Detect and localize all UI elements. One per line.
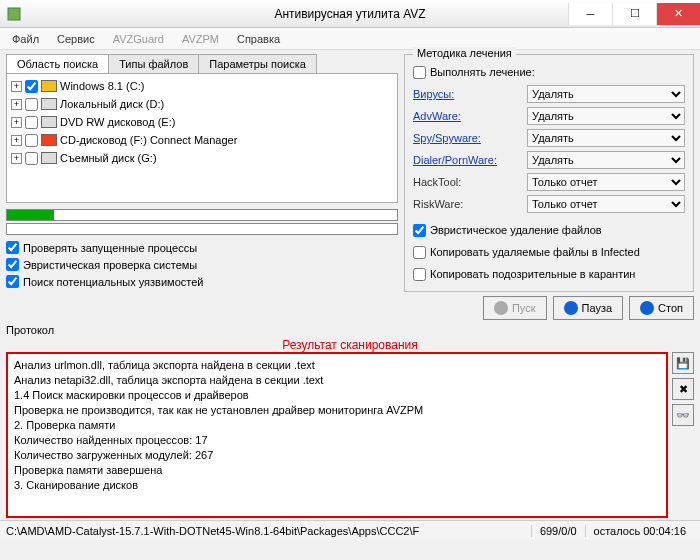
close-button[interactable]: ✕ xyxy=(656,3,700,25)
check-vulnerabilities[interactable]: Поиск потенциальных уязвимостей xyxy=(6,273,398,290)
drive-icon xyxy=(41,80,57,92)
log-line: Количество найденных процессов: 17 xyxy=(14,433,660,448)
erase-icon: ✖ xyxy=(679,383,688,396)
protocol-label: Протокол xyxy=(6,324,694,336)
glasses-icon: 👓 xyxy=(676,409,690,422)
progress-bar-2 xyxy=(6,223,398,235)
status-path: C:\AMD\AMD-Catalyst-15.7.1-With-DOTNet45… xyxy=(6,525,419,537)
log-line: Проверка памяти завершена xyxy=(14,463,660,478)
method-select[interactable]: Удалять xyxy=(527,129,685,147)
menu-avzguard[interactable]: AVZGuard xyxy=(105,31,172,47)
expand-icon[interactable]: + xyxy=(11,153,22,164)
method-row: Dialer/PornWare:Удалять xyxy=(413,149,685,171)
pause-button[interactable]: Пауза xyxy=(553,296,624,320)
floppy-icon: 💾 xyxy=(676,357,690,370)
drive-label: CD-дисковод (F:) Connect Manager xyxy=(60,134,237,146)
log-output[interactable]: Анализ urlmon.dll, таблица экспорта найд… xyxy=(6,352,668,518)
method-label[interactable]: AdvWare: xyxy=(413,110,523,122)
result-header: Результат сканирования xyxy=(6,338,694,352)
menu-file[interactable]: Файл xyxy=(4,31,47,47)
check-copy-quarantine[interactable]: Копировать подозрительные в карантин xyxy=(413,263,685,285)
check-copy-infected[interactable]: Копировать удаляемые файлы в Infected xyxy=(413,241,685,263)
method-label[interactable]: RiskWare: xyxy=(413,198,523,210)
log-line: Анализ urlmon.dll, таблица экспорта найд… xyxy=(14,358,660,373)
expand-icon[interactable]: + xyxy=(11,99,22,110)
drive-icon xyxy=(41,152,57,164)
drive-label: Windows 8.1 (C:) xyxy=(60,80,144,92)
method-row: AdvWare:Удалять xyxy=(413,105,685,127)
glasses-button[interactable]: 👓 xyxy=(672,404,694,426)
drive-label: DVD RW дисковод (E:) xyxy=(60,116,175,128)
app-icon xyxy=(6,6,22,22)
check-execute-treatment[interactable]: Выполнять лечение: xyxy=(413,61,685,83)
drive-item[interactable]: +Windows 8.1 (C:) xyxy=(11,77,393,95)
log-line: 3. Сканирование дисков xyxy=(14,478,660,493)
drive-checkbox[interactable] xyxy=(25,98,38,111)
drive-item[interactable]: +CD-дисковод (F:) Connect Manager xyxy=(11,131,393,149)
drive-checkbox[interactable] xyxy=(25,80,38,93)
method-label[interactable]: Dialer/PornWare: xyxy=(413,154,523,166)
method-row: Вирусы:Удалять xyxy=(413,83,685,105)
drive-label: Съемный диск (G:) xyxy=(60,152,157,164)
maximize-button[interactable]: ☐ xyxy=(612,3,656,25)
group-legend: Методика лечения xyxy=(413,47,516,59)
drive-checkbox[interactable] xyxy=(25,116,38,129)
status-time: осталось 00:04:16 xyxy=(585,525,694,537)
check-running-processes[interactable]: Проверять запущенные процессы xyxy=(6,239,398,256)
expand-icon[interactable]: + xyxy=(11,117,22,128)
menu-service[interactable]: Сервис xyxy=(49,31,103,47)
log-line: 1.4 Поиск маскировки процессов и драйвер… xyxy=(14,388,660,403)
tab-scan-params[interactable]: Параметры поиска xyxy=(198,54,317,73)
method-select[interactable]: Удалять xyxy=(527,107,685,125)
log-line: 2. Проверка памяти xyxy=(14,418,660,433)
expand-icon[interactable]: + xyxy=(11,135,22,146)
drive-checkbox[interactable] xyxy=(25,134,38,147)
treatment-method-group: Методика лечения Выполнять лечение: Виру… xyxy=(404,54,694,292)
svg-rect-0 xyxy=(8,8,20,20)
expand-icon[interactable]: + xyxy=(11,81,22,92)
stop-icon xyxy=(640,301,654,315)
start-button[interactable]: Пуск xyxy=(483,296,547,320)
method-select[interactable]: Удалять xyxy=(527,151,685,169)
method-select[interactable]: Только отчет xyxy=(527,173,685,191)
menu-help[interactable]: Справка xyxy=(229,31,288,47)
method-row: HackTool:Только отчет xyxy=(413,171,685,193)
drive-item[interactable]: +Съемный диск (G:) xyxy=(11,149,393,167)
check-heuristic-system[interactable]: Эвристическая проверка системы xyxy=(6,256,398,273)
drive-icon xyxy=(41,134,57,146)
play-icon xyxy=(494,301,508,315)
minimize-button[interactable]: ─ xyxy=(568,3,612,25)
method-row: Spy/Spyware:Удалять xyxy=(413,127,685,149)
menu-avzpm[interactable]: AVZPM xyxy=(174,31,227,47)
method-row: RiskWare:Только отчет xyxy=(413,193,685,215)
drive-item[interactable]: +DVD RW дисковод (E:) xyxy=(11,113,393,131)
log-line: Анализ netapi32.dll, таблица экспорта на… xyxy=(14,373,660,388)
drive-tree[interactable]: +Windows 8.1 (C:)+Локальный диск (D:)+DV… xyxy=(6,73,398,203)
log-line: Количество загруженных модулей: 267 xyxy=(14,448,660,463)
stop-button[interactable]: Стоп xyxy=(629,296,694,320)
drive-checkbox[interactable] xyxy=(25,152,38,165)
drive-icon xyxy=(41,98,57,110)
status-counts: 699/0/0 xyxy=(531,525,585,537)
drive-icon xyxy=(41,116,57,128)
pause-icon xyxy=(564,301,578,315)
method-label[interactable]: Spy/Spyware: xyxy=(413,132,523,144)
tab-file-types[interactable]: Типы файлов xyxy=(108,54,199,73)
method-select[interactable]: Удалять xyxy=(527,85,685,103)
method-select[interactable]: Только отчет xyxy=(527,195,685,213)
drive-item[interactable]: +Локальный диск (D:) xyxy=(11,95,393,113)
drive-label: Локальный диск (D:) xyxy=(60,98,164,110)
method-label[interactable]: HackTool: xyxy=(413,176,523,188)
check-heuristic-delete[interactable]: Эвристическое удаление файлов xyxy=(413,219,685,241)
window-title: Антивирусная утилита AVZ xyxy=(274,7,425,21)
progress-bar-1 xyxy=(6,209,398,221)
save-log-button[interactable]: 💾 xyxy=(672,352,694,374)
tab-scan-area[interactable]: Область поиска xyxy=(6,54,109,73)
method-label[interactable]: Вирусы: xyxy=(413,88,523,100)
clear-log-button[interactable]: ✖ xyxy=(672,378,694,400)
log-line: Проверка не производится, так как не уст… xyxy=(14,403,660,418)
